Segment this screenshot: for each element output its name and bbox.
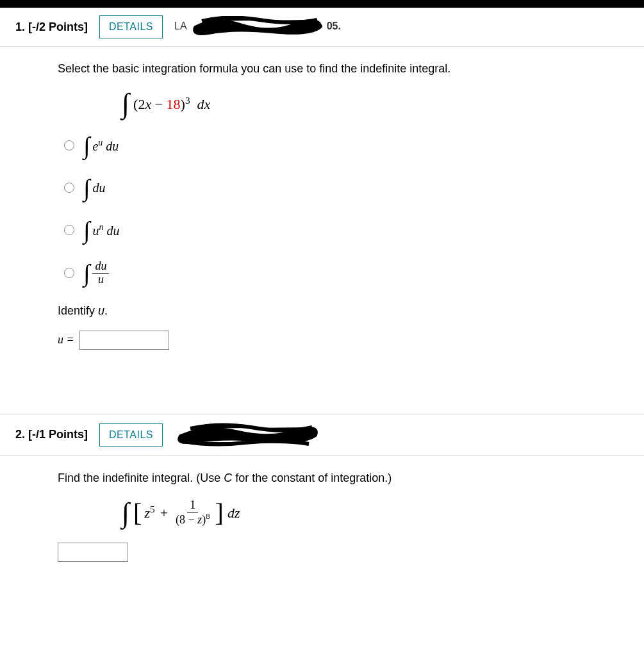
option-du[interactable]: ∫ du bbox=[64, 176, 618, 200]
q1-body: Select the basic integration formula you… bbox=[0, 47, 644, 375]
q2-answer-row bbox=[58, 543, 618, 562]
q2-header: 2. [-/1 Points] DETAILS bbox=[0, 414, 644, 456]
u-equals-row: u = bbox=[58, 331, 618, 350]
q1-options: ∫ eu du ∫ du ∫ un du ∫ du u bbox=[64, 133, 618, 286]
details-button[interactable]: DETAILS bbox=[99, 15, 163, 38]
details-button[interactable]: DETAILS bbox=[99, 423, 163, 447]
integral-icon: ∫ bbox=[83, 176, 90, 200]
scribble-redaction bbox=[174, 422, 322, 448]
q1-integral-display: ∫ (2x − 18)3 dx bbox=[122, 90, 618, 118]
q1-reference: LA 05. bbox=[174, 16, 341, 38]
q2-integral-display: ∫ [ z5 + 1 (8 − z)8 ] dz bbox=[122, 499, 618, 527]
left-bracket-icon: [ bbox=[133, 500, 142, 526]
option-eu-du[interactable]: ∫ eu du bbox=[64, 133, 618, 158]
radio-button[interactable] bbox=[64, 268, 74, 278]
integral-icon: ∫ bbox=[122, 499, 129, 527]
integral-icon: ∫ bbox=[83, 218, 90, 242]
q2-prompt: Find the indefinite integral. (Use C for… bbox=[58, 472, 618, 485]
q2-body: Find the indefinite integral. (Use C for… bbox=[0, 456, 644, 581]
q1-prompt: Select the basic integration formula you… bbox=[58, 62, 618, 76]
u-answer-input[interactable] bbox=[79, 331, 169, 350]
radio-button[interactable] bbox=[64, 225, 74, 235]
q2-answer-input[interactable] bbox=[58, 543, 128, 562]
q1-header: 1. [-/2 Points] DETAILS LA 05. bbox=[0, 8, 644, 47]
option-math: ∫ du u bbox=[83, 260, 109, 286]
integral-icon: ∫ bbox=[83, 261, 90, 285]
identify-prompt: Identify u. bbox=[58, 304, 618, 318]
scribble-redaction bbox=[189, 16, 324, 38]
option-math: ∫ un du bbox=[83, 218, 119, 242]
option-du-over-u[interactable]: ∫ du u bbox=[64, 260, 618, 286]
option-math: ∫ du bbox=[83, 176, 105, 200]
u-equals-label: u = bbox=[58, 333, 74, 347]
radio-button[interactable] bbox=[64, 140, 74, 151]
q2-reference bbox=[174, 422, 322, 448]
q1-number: 1. [-/2 Points] bbox=[15, 20, 88, 34]
radio-button[interactable] bbox=[64, 183, 74, 193]
integral-icon: ∫ bbox=[83, 133, 90, 158]
option-math: ∫ eu du bbox=[83, 133, 119, 158]
option-un-du[interactable]: ∫ un du bbox=[64, 218, 618, 242]
q2-number: 2. [-/1 Points] bbox=[15, 428, 88, 441]
top-black-bar bbox=[0, 0, 644, 8]
right-bracket-icon: ] bbox=[215, 500, 224, 526]
integral-icon: ∫ bbox=[122, 90, 129, 118]
